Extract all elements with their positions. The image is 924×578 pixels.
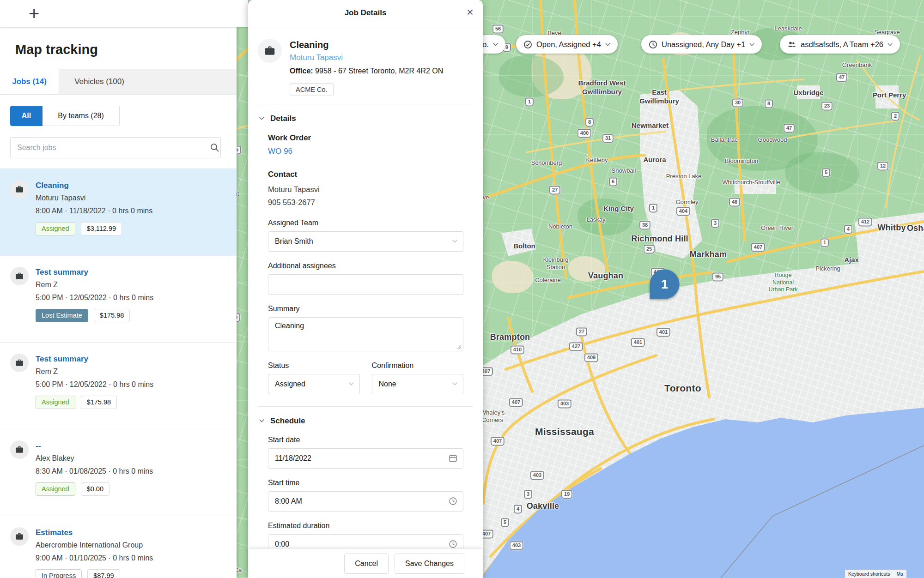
work-order-link[interactable]: WO 96 bbox=[268, 147, 463, 156]
job-list-item[interactable]: --Alex Blakey8:30 AM · 01/08/2025 · 0 hr… bbox=[0, 429, 237, 516]
map-place-label: Whitchurch-Stouffville bbox=[722, 179, 780, 186]
keyboard-shortcuts-button[interactable]: Keyboard shortcuts bbox=[845, 570, 893, 578]
save-changes-button[interactable]: Save Changes bbox=[395, 554, 464, 574]
job-title[interactable]: Test summary bbox=[36, 354, 153, 365]
job-title[interactable]: Cleaning bbox=[36, 180, 152, 192]
confirmation-select[interactable]: None bbox=[372, 374, 464, 394]
job-icon-circle bbox=[10, 354, 29, 372]
route-shield: 31 bbox=[602, 134, 614, 143]
people-icon bbox=[787, 40, 796, 48]
tab-vehicles[interactable]: Vehicles (100) bbox=[59, 69, 140, 94]
route-shield: 48 bbox=[729, 198, 740, 206]
route-shield: 2 bbox=[891, 112, 900, 120]
route-shield: 95 bbox=[712, 272, 723, 281]
start-date-input[interactable]: 11/18/2022 bbox=[268, 448, 463, 469]
chevron-down-icon bbox=[349, 382, 354, 385]
job-customer: Rem Z bbox=[36, 278, 153, 292]
resize-grip-icon[interactable] bbox=[457, 345, 462, 349]
sidebar-tabs: Jobs (14)Vehicles (100) bbox=[0, 69, 237, 95]
job-icon-circle bbox=[10, 180, 29, 199]
route-shield: 47 bbox=[784, 124, 795, 132]
tab-jobs[interactable]: Jobs (14) bbox=[0, 69, 59, 94]
map-place-label: Laskay bbox=[586, 216, 605, 223]
map-place-label: Vaughan bbox=[588, 271, 623, 281]
map-place-label: Newmarket bbox=[632, 121, 669, 130]
map-place-label: Bolton bbox=[513, 242, 535, 251]
search-input[interactable] bbox=[10, 137, 221, 158]
company-chip: ACME Co. bbox=[290, 83, 334, 96]
route-shield: 27 bbox=[576, 327, 587, 336]
filter-by-teams[interactable]: By teams (28) bbox=[43, 106, 120, 126]
filter-chip-label: Unassigned, Any Day +1 bbox=[662, 40, 745, 49]
divider bbox=[258, 104, 473, 104]
confirmation-label: Confirmation bbox=[372, 361, 464, 370]
filter-chip[interactable]: Open, Assigned +4 bbox=[516, 35, 618, 54]
job-contact-link[interactable]: Moturu Tapasvi bbox=[290, 51, 443, 65]
map-place-label: Toronto bbox=[664, 382, 701, 394]
jobs-filter-toggle: AllBy teams (28) bbox=[10, 106, 237, 126]
map-place-label: Ballantrae bbox=[711, 136, 738, 144]
add-button[interactable]: + bbox=[29, 4, 39, 23]
filter-all[interactable]: All bbox=[10, 106, 43, 126]
map-place-label: Kettleby bbox=[586, 157, 608, 164]
job-list-item[interactable]: EstimatesAbercrombie International Group… bbox=[0, 516, 237, 578]
additional-assignees-input[interactable] bbox=[268, 274, 463, 295]
job-customer: Alex Blakey bbox=[36, 452, 153, 465]
route-shield: 403 bbox=[510, 541, 523, 550]
chevron-down-icon bbox=[259, 117, 264, 120]
route-shield: 400 bbox=[578, 129, 591, 138]
status-select[interactable]: Assigned bbox=[268, 374, 360, 394]
route-shield: 4 bbox=[514, 505, 522, 513]
map-place-label: Coleraine bbox=[535, 277, 561, 284]
route-shield: 30 bbox=[732, 98, 743, 107]
job-list-item[interactable]: CleaningMoturu Tapasvi8:00 AM · 11/18/20… bbox=[0, 169, 237, 256]
work-order-label: Work Order bbox=[268, 133, 463, 143]
assigned-team-select[interactable]: Brian Smith bbox=[268, 231, 463, 252]
job-name: Cleaning bbox=[290, 39, 443, 51]
start-time-input[interactable]: 8:00 AM bbox=[268, 491, 463, 512]
chevron-down-icon bbox=[888, 43, 893, 46]
map-place-label: Whaley's Corners bbox=[480, 409, 505, 424]
job-list-item[interactable]: Test summaryRem Z5:00 PM · 12/05/2022 · … bbox=[0, 343, 237, 429]
price-badge: $0.00 bbox=[81, 482, 109, 496]
cancel-button[interactable]: Cancel bbox=[344, 554, 389, 574]
map-place-label: Rouge National Urban Park bbox=[768, 272, 797, 294]
job-list-item[interactable]: Test summaryRem Z5:00 PM · 12/05/2022 · … bbox=[0, 256, 237, 343]
status-badge: Assigned bbox=[36, 482, 75, 496]
divider bbox=[258, 406, 473, 407]
job-title[interactable]: Estimates bbox=[36, 527, 153, 539]
filter-chip-label: asdfsafsdfs, A Team +26 bbox=[801, 40, 883, 49]
map-place-label: Ajax bbox=[844, 256, 859, 265]
route-shield: 407 bbox=[509, 398, 523, 407]
filter-chip[interactable]: asdfsafsdfs, A Team +26 bbox=[780, 35, 900, 54]
contact-name: Moturu Tapasvi bbox=[268, 183, 463, 196]
job-schedule-meta: 8:00 AM · 11/18/2022 · 0 hrs 0 mins bbox=[36, 205, 152, 218]
job-title[interactable]: -- bbox=[36, 440, 153, 452]
map-place-label: Nobleton bbox=[548, 223, 572, 230]
filter-chip-label: Open, Assigned +4 bbox=[536, 40, 601, 49]
map-place-label: Brampton bbox=[490, 332, 530, 343]
route-shield: 410 bbox=[511, 345, 524, 354]
schedule-section-header[interactable]: Schedule bbox=[259, 416, 473, 426]
map-attribution: Keyboard shortcuts Ma bbox=[845, 570, 906, 578]
sidebar: Map tracking Jobs (14)Vehicles (100) All… bbox=[0, 27, 237, 578]
map-place-label: Preston Lake bbox=[666, 173, 702, 180]
price-badge: $3,112.99 bbox=[81, 222, 122, 235]
job-title[interactable]: Test summary bbox=[36, 267, 153, 278]
details-section-header[interactable]: Details bbox=[259, 114, 473, 123]
route-shield: 401 bbox=[657, 328, 670, 337]
job-details-modal: Job Details × Cleaning Moturu Tapasvi Of… bbox=[248, 0, 483, 578]
chevron-down-icon bbox=[452, 382, 457, 385]
status-label: Status bbox=[268, 361, 360, 370]
price-badge: $87.99 bbox=[87, 569, 120, 578]
topbar: + bbox=[0, 0, 248, 27]
filter-chip[interactable]: Unassigned, Any Day +1 bbox=[641, 35, 762, 54]
map-place-label: Snowball bbox=[612, 167, 636, 175]
route-shield: 412 bbox=[858, 217, 872, 226]
chevron-down-icon bbox=[493, 43, 498, 46]
cluster-marker[interactable]: 1 bbox=[650, 270, 680, 299]
summary-textarea[interactable]: Cleaning bbox=[268, 317, 463, 351]
price-badge: $175.98 bbox=[81, 396, 117, 409]
briefcase-icon bbox=[15, 271, 24, 281]
close-icon[interactable]: × bbox=[467, 6, 474, 18]
